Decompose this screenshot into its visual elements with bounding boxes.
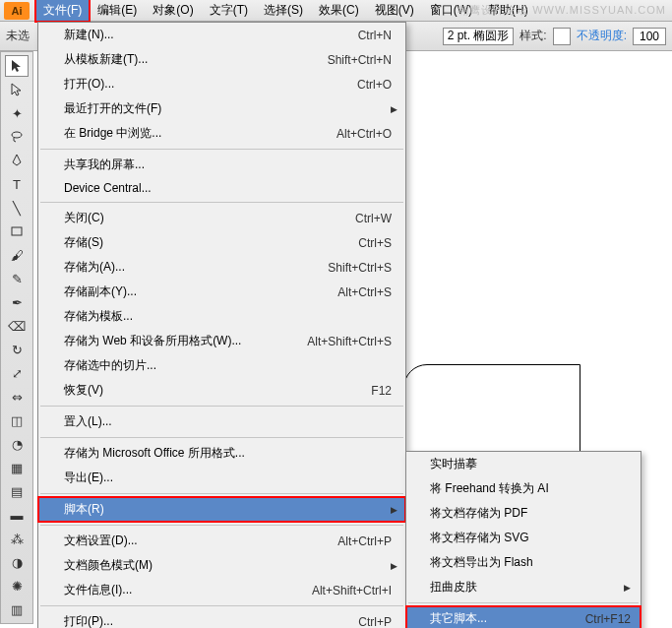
scripts-menu-item-2[interactable]: 将文档存储为 PDF (406, 501, 641, 526)
mesh-tool[interactable]: ▤ (5, 480, 29, 502)
file-menu-item-29[interactable]: 打印(P)...Ctrl+P (38, 609, 405, 628)
shortcut-text: Shift+Ctrl+N (328, 53, 392, 67)
pen-tool[interactable] (5, 150, 29, 171)
scripts-submenu: 实时描摹将 Freehand 转换为 AI将文档存储为 PDF将文档存储为 SV… (405, 451, 641, 628)
tool-panel: ✦ T ╲ 🖌 ✎ ✒ ⌫ ↻ ⤢ ⇔ ◫ ◔ ▦ ▤ ▬ ⁂ ◑ ✺ ▥ (0, 51, 33, 624)
graph-tool[interactable]: ▥ (5, 598, 29, 620)
file-menu-item-label: 从模板新建(T)... (46, 51, 328, 68)
file-menu-item-9[interactable]: 关闭(C)Ctrl+W (38, 206, 405, 230)
menu-object[interactable]: 对象(O) (145, 0, 201, 22)
file-menu-item-label: 文档设置(D)... (46, 533, 337, 549)
scripts-menu-item-0[interactable]: 实时描摹 (406, 452, 641, 476)
menu-view[interactable]: 视图(V) (367, 0, 422, 22)
file-menu-item-12[interactable]: 存储副本(Y)...Alt+Ctrl+S (38, 280, 405, 304)
scripts-menu-item-4[interactable]: 将文档导出为 Flash (406, 550, 641, 575)
shortcut-text: Ctrl+F12 (585, 612, 631, 626)
file-menu-item-11[interactable]: 存储为(A)...Shift+Ctrl+S (38, 255, 405, 280)
file-menu-item-label: 新建(N)... (46, 27, 358, 43)
scripts-menu-item-label: 扭曲皮肤 (416, 579, 624, 596)
shortcut-text: Ctrl+N (358, 29, 392, 42)
menu-file[interactable]: 文件(F) (35, 0, 90, 22)
style-label: 样式: (519, 28, 546, 44)
file-menu-item-20[interactable]: 存储为 Microsoft Office 所用格式... (38, 441, 405, 466)
file-menu-item-27[interactable]: 文件信息(I)...Alt+Shift+Ctrl+I (38, 578, 405, 602)
direct-selection-tool[interactable] (5, 79, 29, 100)
file-menu-item-21[interactable]: 导出(E)... (38, 466, 405, 490)
file-menu-item-label: 打印(P)... (46, 613, 358, 628)
file-menu-item-label: 文件信息(I)... (46, 582, 312, 598)
blob-brush-tool[interactable]: ✒ (5, 291, 29, 313)
file-menu-item-0[interactable]: 新建(N)...Ctrl+N (38, 23, 405, 47)
scripts-menu-item-5[interactable]: 扭曲皮肤▶ (406, 575, 641, 599)
pencil-tool[interactable]: ✎ (5, 268, 29, 289)
rotate-tool[interactable]: ↻ (5, 339, 29, 360)
eyedropper-tool[interactable]: ⁂ (5, 528, 29, 549)
paintbrush-tool[interactable]: 🖌 (5, 244, 29, 266)
scripts-menu-item-1[interactable]: 将 Freehand 转换为 AI (406, 476, 641, 501)
width-tool[interactable]: ⇔ (5, 386, 29, 408)
opacity-field[interactable]: 100 (633, 28, 666, 45)
file-menu-item-1[interactable]: 从模板新建(T)...Shift+Ctrl+N (38, 47, 405, 72)
file-menu-item-23[interactable]: 脚本(R)▶ (38, 497, 405, 522)
file-menu-item-25[interactable]: 文档设置(D)...Alt+Ctrl+P (38, 529, 405, 553)
menu-effect[interactable]: 效果(C) (311, 0, 367, 22)
file-menu-item-label: 导出(E)... (46, 470, 397, 486)
stroke-profile-field[interactable]: 2 pt. 椭圆形 (443, 28, 515, 45)
file-menu-item-4[interactable]: 在 Bridge 中浏览...Alt+Ctrl+O (38, 121, 405, 146)
shortcut-text: Alt+Ctrl+O (336, 127, 392, 141)
file-menu-item-13[interactable]: 存储为模板... (38, 304, 405, 329)
shortcut-text: Alt+Ctrl+P (337, 534, 392, 548)
scripts-menu-item-7[interactable]: 其它脚本...Ctrl+F12 (406, 606, 641, 628)
type-tool[interactable]: T (5, 173, 29, 195)
menu-type[interactable]: 文字(T) (202, 0, 256, 22)
file-menu-item-label: 存储(S) (46, 234, 358, 251)
scripts-menu-item-3[interactable]: 将文档存储为 SVG (406, 526, 641, 550)
rectangle-tool[interactable] (5, 220, 29, 242)
file-menu-item-label: 文档颜色模式(M) (46, 557, 391, 574)
file-menu-item-16[interactable]: 恢复(V)F12 (38, 378, 405, 403)
perspective-tool[interactable]: ▦ (5, 457, 29, 478)
file-menu-item-label: 存储为模板... (46, 308, 397, 325)
line-tool[interactable]: ╲ (5, 197, 29, 219)
free-transform-tool[interactable]: ◫ (5, 409, 29, 431)
shortcut-text: Ctrl+W (355, 212, 392, 225)
scripts-menu-item-label: 实时描摹 (416, 456, 631, 472)
blend-tool[interactable]: ◑ (5, 551, 29, 573)
shortcut-text: Ctrl+S (358, 236, 392, 250)
opacity-label: 不透明度: (577, 28, 627, 44)
scale-tool[interactable]: ⤢ (5, 362, 29, 384)
shape-builder-tool[interactable]: ◔ (5, 433, 29, 455)
file-menu-item-label: 在 Bridge 中浏览... (46, 125, 336, 142)
file-menu-item-7[interactable]: Device Central... (38, 177, 405, 199)
symbol-sprayer-tool[interactable]: ✺ (5, 575, 29, 597)
file-menu-item-18[interactable]: 置入(L)... (38, 409, 405, 434)
file-menu-item-3[interactable]: 最近打开的文件(F)▶ (38, 96, 405, 121)
file-menu-item-label: 恢复(V) (46, 382, 371, 399)
file-menu-item-15[interactable]: 存储选中的切片... (38, 353, 405, 378)
submenu-arrow-icon: ▶ (391, 104, 397, 114)
shortcut-text: Shift+Ctrl+S (328, 261, 392, 275)
submenu-arrow-icon: ▶ (391, 505, 397, 515)
file-menu-item-label: 置入(L)... (46, 413, 397, 430)
eraser-tool[interactable]: ⌫ (5, 315, 29, 337)
selection-tool[interactable] (5, 55, 29, 77)
scripts-menu-item-label: 将文档存储为 PDF (416, 505, 631, 522)
menu-select[interactable]: 选择(S) (256, 0, 311, 22)
shortcut-text: Alt+Ctrl+S (337, 285, 392, 299)
file-menu-item-10[interactable]: 存储(S)Ctrl+S (38, 230, 405, 255)
lasso-tool[interactable] (5, 126, 29, 148)
file-menu-item-26[interactable]: 文档颜色模式(M)▶ (38, 553, 405, 578)
file-menu-item-label: 脚本(R) (46, 501, 391, 518)
file-menu-item-6[interactable]: 共享我的屏幕... (38, 153, 405, 177)
style-swatch[interactable] (553, 28, 571, 45)
scripts-menu-item-label: 将 Freehand 转换为 AI (416, 480, 631, 497)
menu-edit[interactable]: 编辑(E) (90, 0, 145, 22)
magic-wand-tool[interactable]: ✦ (5, 102, 29, 124)
file-menu-item-2[interactable]: 打开(O)...Ctrl+O (38, 72, 405, 96)
gradient-tool[interactable]: ▬ (5, 504, 29, 526)
shortcut-text: Alt+Shift+Ctrl+I (312, 584, 392, 597)
scripts-menu-item-label: 其它脚本... (416, 610, 585, 627)
file-menu-item-label: 最近打开的文件(F) (46, 100, 391, 117)
file-menu-item-14[interactable]: 存储为 Web 和设备所用格式(W)...Alt+Shift+Ctrl+S (38, 329, 405, 353)
file-menu-item-label: Device Central... (46, 181, 397, 195)
